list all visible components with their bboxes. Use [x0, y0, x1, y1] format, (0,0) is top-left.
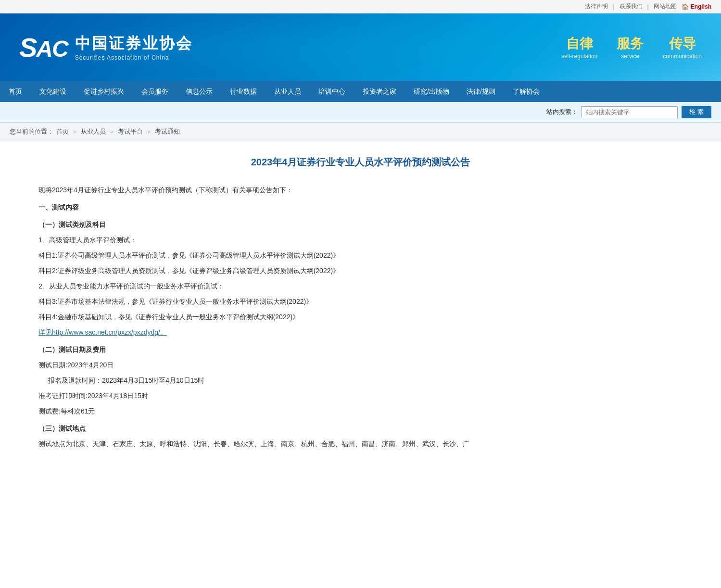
main-content: 2023年4月证券行业专业人员水平评价预约测试公告 现将2023年4月证券行业专…	[0, 141, 721, 478]
para-8: 科目4:金融市场基础知识，参见《证券行业专业人员一般业务水平评价测试大纲(202…	[38, 310, 683, 324]
slogan1-cn: 自律	[561, 35, 597, 53]
nav-bar: 首页 文化建设 促进乡村振兴 会员服务 信息公示 行业数据 从业人员 培训中心 …	[0, 81, 721, 102]
top-bar: 法律声明 | 联系我们 | 网站地图 🏠 English	[0, 0, 721, 13]
home-icon: 🏠	[682, 3, 689, 10]
slogan-communication: 传导 communication	[663, 35, 702, 60]
breadcrumb-exam-platform[interactable]: 考试平台	[118, 127, 143, 136]
header-banner: SAC 中国证券业协会 Securities Association of Ch…	[0, 13, 721, 81]
slogan3-en: communication	[663, 53, 702, 60]
slogan-self-regulation: 自律 self-regulation	[561, 35, 597, 60]
breadcrumb-prefix: 您当前的位置：	[10, 127, 53, 136]
nav-info[interactable]: 信息公示	[177, 81, 221, 102]
breadcrumb-sep2: ＞	[109, 127, 115, 136]
para-0: 现将2023年4月证券行业专业人员水平评价预约测试（下称测试）有关事项公告如下：	[38, 183, 683, 197]
para-11: 测试日期:2023年4月20日	[38, 358, 683, 372]
para-13: 准考证打印时间:2023年4月18日15时	[38, 389, 683, 402]
header-slogan: 自律 self-regulation 服务 service 传导 communi…	[561, 35, 702, 60]
nav-investor[interactable]: 投资者之家	[354, 81, 405, 102]
nav-home[interactable]: 首页	[0, 81, 31, 102]
nav-about[interactable]: 了解协会	[504, 81, 548, 102]
nav-member[interactable]: 会员服务	[133, 81, 177, 102]
slogan2-en: service	[617, 53, 644, 60]
article-body: 现将2023年4月证券行业专业人员水平评价预约测试（下称测试）有关事项公告如下：…	[38, 183, 683, 450]
breadcrumb: 您当前的位置： 首页 ＞ 从业人员 ＞ 考试平台 ＞ 考试通知	[0, 123, 721, 141]
para-3: 1、高级管理人员水平评价测试：	[38, 233, 683, 247]
contact-link[interactable]: 联系我们	[620, 2, 643, 11]
para-7: 科目3:证券市场基本法律法规，参见《证券行业专业人员一般业务水平评价测试大纲(2…	[38, 295, 683, 308]
slogan-service: 服务 service	[617, 35, 644, 60]
slogan3-cn: 传导	[663, 35, 702, 53]
para-12: 报名及退款时间：2023年4月3日15时至4月10日15时	[38, 374, 683, 387]
nav-rural[interactable]: 促进乡村振兴	[75, 81, 133, 102]
breadcrumb-sep1: ＞	[72, 127, 78, 136]
para-5: 科目2:证券评级业务高级管理人员资质测试，参见《证券评级业务高级管理人员资质测试…	[38, 264, 683, 277]
breadcrumb-home[interactable]: 首页	[56, 127, 69, 136]
search-bar: 站内搜索： 检 索	[0, 102, 721, 123]
breadcrumb-staff[interactable]: 从业人员	[81, 127, 106, 136]
separator2: |	[647, 3, 649, 10]
breadcrumb-current: 考试通知	[155, 127, 180, 136]
logo-area: SAC 中国证券业协会 Securities Association of Ch…	[19, 32, 193, 63]
para-15: （三）测试地点	[38, 422, 683, 435]
para-4: 科目1:证券公司高级管理人员水平评价测试，参见《证券公司高级管理人员水平评价测试…	[38, 249, 683, 262]
logo-cn-name: 中国证券业协会	[75, 33, 193, 54]
english-link[interactable]: 🏠 English	[682, 3, 711, 10]
legal-link[interactable]: 法律声明	[585, 2, 608, 11]
search-input[interactable]	[582, 106, 678, 118]
logo-en-name: Securities Association of China	[75, 54, 193, 61]
article-title: 2023年4月证券行业专业人员水平评价预约测试公告	[38, 156, 683, 169]
para-1: 一、测试内容	[38, 200, 683, 214]
nav-training[interactable]: 培训中心	[310, 81, 354, 102]
para-9: 详见http://www.sac.net.cn/pxzx/pxzdydg/。	[38, 325, 683, 339]
breadcrumb-sep3: ＞	[146, 127, 152, 136]
para-2: （一）测试类别及科目	[38, 218, 683, 231]
para-16: 测试地点为北京、天津、石家庄、太原、呼和浩特、沈阳、长春、哈尔滨、上海、南京、杭…	[38, 437, 683, 450]
para-6: 2、从业人员专业能力水平评价测试的一般业务水平评价测试：	[38, 279, 683, 293]
nav-research[interactable]: 研究/出版物	[405, 81, 458, 102]
para-14: 测试费:每科次61元	[38, 404, 683, 418]
logo-text: 中国证券业协会 Securities Association of China	[75, 33, 193, 61]
slogan2-cn: 服务	[617, 35, 644, 53]
sac-logo: SAC	[19, 32, 68, 63]
para-10: （二）测试日期及费用	[38, 343, 683, 356]
nav-law[interactable]: 法律/规则	[458, 81, 504, 102]
search-button[interactable]: 检 索	[682, 106, 711, 118]
sitemap-link[interactable]: 网站地图	[654, 2, 677, 11]
slogan1-en: self-regulation	[561, 53, 597, 60]
nav-data[interactable]: 行业数据	[221, 81, 266, 102]
search-label: 站内搜索：	[546, 108, 578, 116]
nav-culture[interactable]: 文化建设	[31, 81, 75, 102]
separator1: |	[613, 3, 614, 10]
nav-staff[interactable]: 从业人员	[266, 81, 310, 102]
